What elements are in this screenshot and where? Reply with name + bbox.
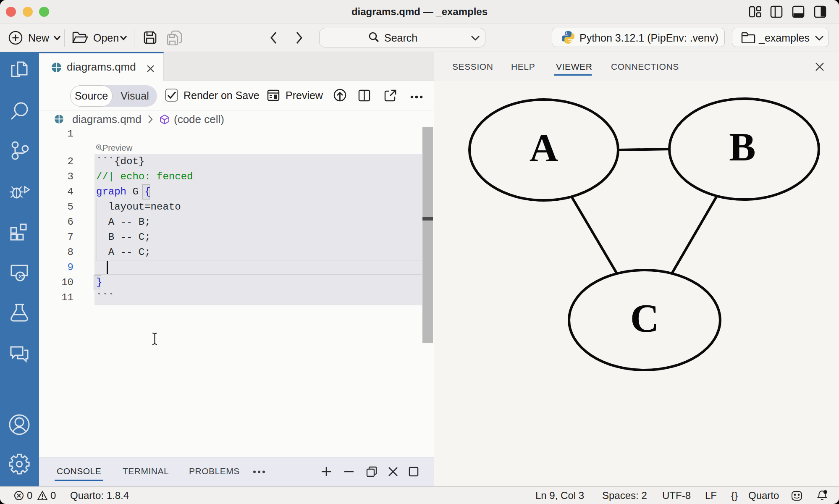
svg-text:A: A [530,126,558,170]
svg-text:B: B [729,125,755,169]
svg-text:C: C [630,296,659,341]
